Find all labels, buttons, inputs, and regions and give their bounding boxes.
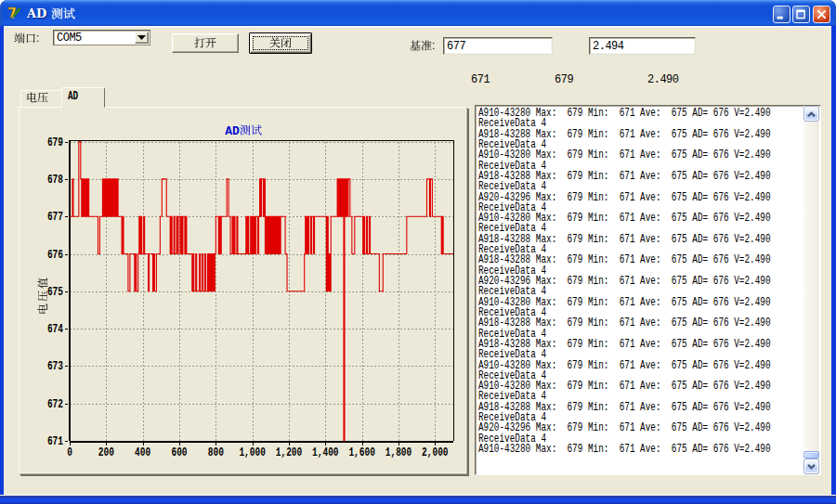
chevron-down-icon	[137, 35, 146, 40]
x-tick-label: 2,000	[422, 446, 449, 459]
x-tick-label: 1,600	[348, 446, 375, 459]
chart-canvas: 6716726736746756766776786790200400600800…	[20, 109, 466, 472]
close-icon	[814, 6, 829, 22]
tab-ad-label: AD	[68, 89, 78, 103]
x-tick-label: 1,000	[239, 446, 266, 459]
reference-label: :	[410, 39, 435, 51]
chart-y-axis-title	[37, 278, 48, 315]
scrollbar-thumb[interactable]	[803, 451, 819, 459]
close-port-button[interactable]	[249, 32, 312, 54]
port-label: :	[14, 32, 39, 44]
focus-rect	[253, 36, 308, 50]
y-tick-label: 672	[47, 397, 63, 411]
tab-voltage[interactable]	[20, 90, 62, 107]
open-button[interactable]	[172, 33, 239, 53]
scroll-down-icon	[807, 464, 816, 470]
log-line[interactable]: A910-43280 Max: 679 Min: 671 Ave: 675 AD…	[478, 444, 713, 454]
stat-voltage-value: 2.490	[647, 73, 679, 86]
log-listbox[interactable]: A910-43280 Max: 679 Min: 671 Ave: 675 AD…	[475, 105, 821, 475]
port-combobox-value: COM5	[57, 32, 82, 44]
y-tick-label: 677	[47, 210, 63, 224]
app-icon	[7, 6, 21, 20]
y-tick-label: 671	[47, 434, 63, 448]
close-button[interactable]	[813, 6, 830, 23]
y-tick-label: 678	[47, 173, 63, 187]
chart-title: AD	[20, 124, 466, 138]
stat-min-value: 671	[471, 73, 490, 86]
scrollbar[interactable]	[803, 106, 819, 474]
open-button-label	[194, 37, 216, 50]
reference-input-2[interactable]: 2.494	[589, 37, 696, 55]
maximize-icon	[793, 6, 809, 22]
x-tick-label: 0	[67, 446, 72, 459]
series-line-AD	[70, 142, 453, 441]
port-combobox[interactable]: COM5	[53, 30, 150, 45]
y-tick-label: 674	[47, 322, 63, 336]
x-tick-label: 400	[135, 446, 150, 459]
maximize-button[interactable]	[792, 6, 810, 23]
tab-ad[interactable]: AD	[61, 87, 105, 108]
minimize-icon	[774, 6, 790, 22]
x-tick-label: 200	[98, 446, 114, 459]
x-tick-label: 600	[171, 446, 187, 459]
log-lines: A910-43280 Max: 679 Min: 671 Ave: 675 AD…	[478, 108, 805, 454]
x-tick-label: 1,200	[276, 446, 303, 459]
y-tick-label: 673	[47, 359, 63, 373]
tab-voltage-label	[26, 92, 48, 105]
scroll-down-button[interactable]	[803, 459, 819, 474]
x-tick-label: 1,400	[312, 446, 339, 459]
window-border-right	[831, 26, 836, 497]
window-border-left	[0, 26, 4, 497]
x-tick-label: 800	[208, 446, 224, 459]
x-tick-label: 1,800	[385, 446, 412, 459]
ad-chart: 6716726736746756766776786790200400600800…	[20, 109, 466, 472]
window-title: AD	[27, 0, 75, 26]
stat-max-value: 679	[555, 73, 573, 86]
port-combobox-dropdown-button[interactable]	[135, 32, 149, 44]
reference-input-1[interactable]: 677	[443, 37, 553, 55]
title-bar[interactable]: AD	[0, 0, 836, 27]
y-tick-label: 675	[47, 285, 63, 299]
scroll-up-icon	[807, 111, 816, 117]
window-border-bottom	[0, 495, 836, 504]
scroll-up-button[interactable]	[803, 106, 819, 122]
minimize-button[interactable]	[773, 6, 790, 23]
app-window: AD : COM5 : 677 2.494 671 679 2.	[0, 0, 836, 504]
y-tick-label: 676	[47, 248, 63, 262]
